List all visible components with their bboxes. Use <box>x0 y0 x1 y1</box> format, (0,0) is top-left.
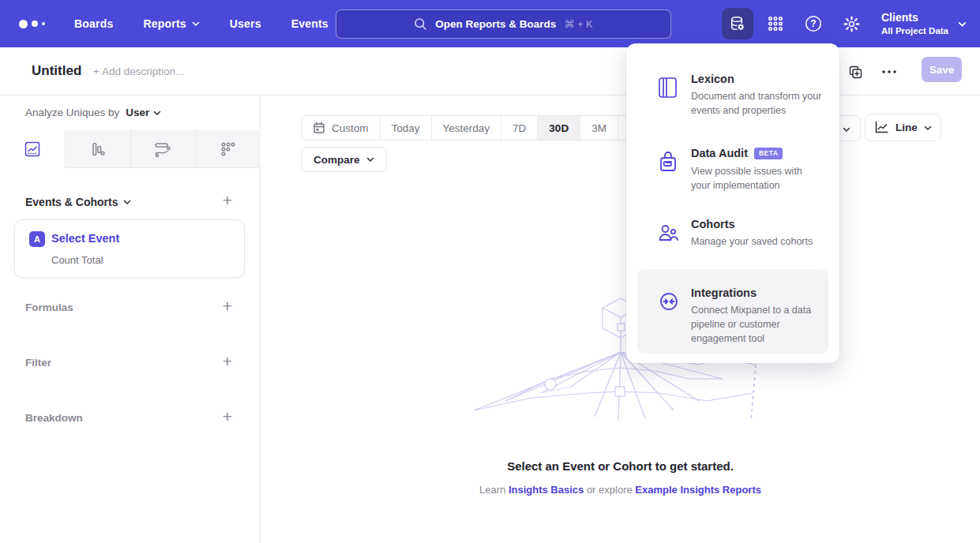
search-icon <box>414 17 427 31</box>
more-options-button[interactable] <box>879 62 899 82</box>
analyze-label: Analyze Uniques by <box>25 107 119 118</box>
cohorts-people-icon <box>658 223 678 245</box>
date-range-today-label: Today <box>392 122 420 134</box>
chevron-down-icon <box>958 20 966 28</box>
insights-basics-link[interactable]: Insights Basics <box>509 484 584 496</box>
chevron-down-icon <box>123 198 131 206</box>
select-event-label[interactable]: Select Event <box>51 232 119 245</box>
menu-item-integrations-description: Connect Mixpanel to a data pipeline or c… <box>691 303 824 346</box>
line-chart-tab-icon <box>24 140 41 158</box>
project-switcher[interactable]: Clients All Project Data <box>881 11 966 36</box>
learn-prefix: Learn <box>479 484 509 496</box>
compare-dropdown[interactable]: Compare <box>301 147 387 172</box>
analyze-value-dropdown[interactable]: User <box>126 107 161 118</box>
settings-button[interactable] <box>835 8 867 39</box>
analyze-uniques-row: Analyze Uniques by User <box>25 107 161 118</box>
top-nav: Boards Reports Users Events Open Reports… <box>0 0 980 47</box>
add-formula-button[interactable]: + <box>218 297 237 316</box>
compare-label: Compare <box>314 154 360 166</box>
event-card[interactable]: A Select Event Count Total <box>14 219 245 278</box>
date-range-30d[interactable]: 30D <box>538 116 580 140</box>
apps-grid-icon <box>767 15 784 32</box>
chart-type-tabs <box>0 130 261 168</box>
events-cohorts-header[interactable]: Events & Cohorts <box>25 196 131 208</box>
tab-bar-chart[interactable] <box>66 130 131 168</box>
chevron-down-icon <box>924 124 932 132</box>
nav-tools: ? Clients All Project Data <box>722 0 980 47</box>
data-audit-icon <box>658 151 678 173</box>
events-cohorts-label: Events & Cohorts <box>25 196 118 208</box>
formulas-section-label: Formulas <box>25 301 73 313</box>
add-filter-button[interactable]: + <box>218 352 237 371</box>
global-search-input[interactable]: Open Reports & Boards ⌘ + K <box>336 9 671 39</box>
nav-item-users-label: Users <box>230 17 261 30</box>
date-range-3m-label: 3M <box>591 122 606 134</box>
beta-badge: BETA <box>754 148 783 159</box>
empty-state-links: Learn Insights Basics or explore Example… <box>261 484 980 496</box>
menu-item-cohorts-title: Cohorts <box>691 218 735 230</box>
chart-style-dropdown[interactable]: Line <box>865 114 941 141</box>
date-range-3m[interactable]: 3M <box>580 116 618 140</box>
nav-item-events[interactable]: Events <box>282 11 338 36</box>
example-insights-reports-link[interactable]: Example Insights Reports <box>635 484 761 496</box>
tab-line-chart[interactable] <box>0 130 66 168</box>
menu-item-integrations[interactable]: Integrations Connect Mixpanel to a data … <box>637 269 828 354</box>
date-range-custom-label: Custom <box>332 122 369 134</box>
apps-grid-button[interactable] <box>760 8 791 39</box>
menu-item-lexicon-title: Lexicon <box>691 73 734 85</box>
duplicate-icon <box>848 65 863 80</box>
metric-chart-tab-icon <box>220 140 237 158</box>
line-chart-icon <box>874 121 889 134</box>
menu-item-data-audit-description: View possible issues with your implement… <box>691 164 824 193</box>
help-button[interactable]: ? <box>798 8 829 39</box>
lexicon-book-icon <box>658 77 678 99</box>
tab-metric-chart[interactable] <box>196 130 261 168</box>
nav-item-reports-label: Reports <box>143 17 186 30</box>
date-range-30d-label: 30D <box>549 122 569 134</box>
event-series-badge: A <box>29 231 45 247</box>
date-range-yesterday[interactable]: Yesterday <box>432 116 502 140</box>
nav-item-reports[interactable]: Reports <box>133 11 208 36</box>
ellipsis-icon <box>881 69 897 74</box>
add-description-field[interactable]: + Add description... <box>93 66 184 77</box>
menu-item-cohorts[interactable]: Cohorts Manage your saved cohorts <box>637 213 828 272</box>
add-breakdown-button[interactable]: + <box>218 407 237 426</box>
analyze-value: User <box>126 107 149 118</box>
date-range-control: Custom Today Yesterday 7D 30D 3M 6M <box>301 115 656 140</box>
flow-chart-tab-icon <box>153 140 172 158</box>
menu-item-lexicon-description: Document and transform your events and p… <box>691 89 824 118</box>
add-event-button[interactable]: + <box>218 191 237 210</box>
chart-style-label: Line <box>896 122 918 133</box>
nav-item-boards-label: Boards <box>74 17 113 30</box>
duplicate-report-button[interactable] <box>845 62 865 82</box>
settings-gear-icon <box>843 15 861 33</box>
data-management-icon <box>729 15 746 32</box>
data-management-menu: Lexicon Document and transform your even… <box>626 43 839 363</box>
data-management-button[interactable] <box>722 8 753 39</box>
menu-item-data-audit[interactable]: Data Audit BETA View possible issues wit… <box>637 140 828 211</box>
bar-chart-tab-icon <box>89 140 107 158</box>
date-range-yesterday-label: Yesterday <box>443 122 490 134</box>
menu-item-cohorts-description: Manage your saved cohorts <box>691 234 824 249</box>
mixpanel-logo-icon[interactable] <box>19 20 54 28</box>
chevron-down-icon <box>153 109 161 117</box>
nav-item-users[interactable]: Users <box>220 11 271 36</box>
empty-state-title: Select an Event or Cohort to get started… <box>261 459 980 473</box>
query-builder-sidebar: Analyze Uniques by User <box>0 95 261 543</box>
date-range-custom[interactable]: Custom <box>302 116 381 140</box>
date-range-today[interactable]: Today <box>381 116 432 140</box>
or-explore-text: or explore <box>584 484 635 496</box>
nav-item-boards[interactable]: Boards <box>65 11 122 36</box>
org-name: Clients <box>881 11 948 25</box>
save-button[interactable]: Save <box>922 57 962 82</box>
report-title[interactable]: Untitled <box>32 63 81 79</box>
count-total-dropdown[interactable]: Count Total <box>51 254 103 266</box>
breakdown-section-label: Breakdown <box>25 412 83 424</box>
menu-item-data-audit-title: Data Audit BETA <box>691 147 783 159</box>
project-name: All Project Data <box>881 25 948 36</box>
date-range-7d[interactable]: 7D <box>501 116 538 140</box>
search-shortcut: ⌘ + K <box>564 18 593 30</box>
tab-flow-chart[interactable] <box>131 130 197 168</box>
nav-item-events-label: Events <box>291 17 329 30</box>
menu-item-lexicon[interactable]: Lexicon Document and transform your even… <box>637 67 828 138</box>
